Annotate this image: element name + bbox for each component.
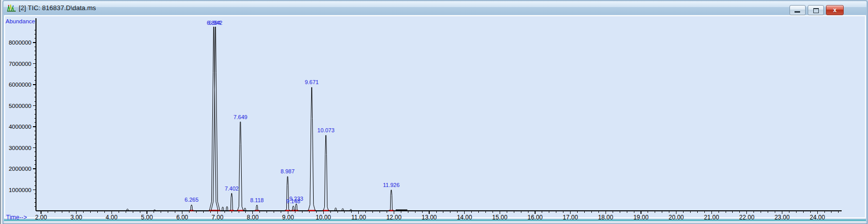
svg-text:11.926: 11.926	[383, 182, 400, 188]
window-frame-bottom	[4, 221, 866, 223]
svg-text:1000000: 1000000	[9, 187, 31, 193]
svg-text:2000000: 2000000	[9, 166, 31, 172]
svg-text:4000000: 4000000	[9, 124, 31, 130]
svg-text:3000000: 3000000	[9, 145, 31, 151]
window-title: [2] TIC: 816837.D\data.ms	[19, 4, 96, 12]
svg-text:7000000: 7000000	[9, 61, 31, 67]
svg-text:7.402: 7.402	[224, 185, 239, 192]
minimize-button[interactable]	[789, 5, 806, 15]
restore-button[interactable]	[808, 5, 824, 15]
svg-text:6.942: 6.942	[208, 20, 222, 26]
chromatogram-plot[interactable]: 1000000200000030000004000000500000060000…	[5, 16, 866, 220]
restore-icon	[813, 8, 819, 13]
chart-area[interactable]: 1000000200000030000004000000500000060000…	[4, 15, 866, 218]
svg-text:7.649: 7.649	[234, 114, 248, 120]
close-icon: x	[826, 6, 843, 14]
svg-text:8000000: 8000000	[9, 40, 31, 46]
title-bar[interactable]: [2] TIC: 816837.D\data.ms	[4, 1, 866, 15]
chromatogram-icon	[7, 4, 16, 12]
close-button[interactable]: x	[826, 5, 844, 15]
svg-text:9.671: 9.671	[305, 79, 319, 85]
minimize-icon	[795, 11, 800, 13]
window-controls: x	[789, 5, 844, 15]
svg-text:Abundance: Abundance	[6, 18, 35, 24]
tic-window: [2] TIC: 816837.D\data.ms x 100000020000…	[3, 1, 867, 224]
svg-text:6000000: 6000000	[9, 82, 31, 88]
svg-text:10.073: 10.073	[317, 127, 334, 133]
svg-text:5000000: 5000000	[9, 103, 31, 109]
svg-text:8.118: 8.118	[250, 197, 264, 203]
svg-text:6.265: 6.265	[184, 197, 199, 203]
svg-text:8.987: 8.987	[281, 168, 295, 174]
svg-text:9.233: 9.233	[289, 196, 304, 202]
